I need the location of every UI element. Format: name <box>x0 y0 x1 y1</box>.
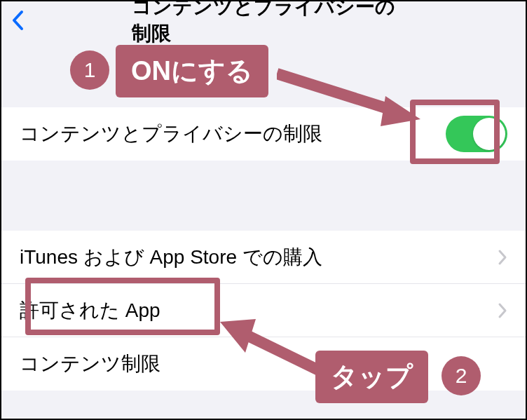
chevron-right-icon <box>498 249 507 266</box>
row-content-privacy: コンテンツとプライバシーの制限 <box>0 107 527 161</box>
annotation-arrow-1 <box>277 67 424 130</box>
nav-header: コンテンツとプライバシーの制限 <box>0 0 527 41</box>
row-itunes-appstore[interactable]: iTunes および App Store での購入 <box>0 231 527 284</box>
toggle-knob <box>473 118 505 150</box>
svg-marker-0 <box>381 96 420 126</box>
annotation-arrow-2 <box>217 319 329 389</box>
annotation-callout-2: タップ <box>315 351 428 403</box>
svg-marker-1 <box>220 319 256 353</box>
annotation-badge-1: 1 <box>70 50 109 90</box>
content-privacy-toggle[interactable] <box>446 116 507 152</box>
page-title: コンテンツとプライバシーの制限 <box>132 0 395 47</box>
section-main-toggle: コンテンツとプライバシーの制限 <box>0 107 527 161</box>
chevron-right-icon <box>498 302 507 319</box>
annotation-callout-1: ONにする <box>116 45 268 97</box>
back-button[interactable] <box>10 9 25 32</box>
annotation-badge-2: 2 <box>442 356 481 395</box>
row-label: iTunes および App Store での購入 <box>20 244 498 271</box>
